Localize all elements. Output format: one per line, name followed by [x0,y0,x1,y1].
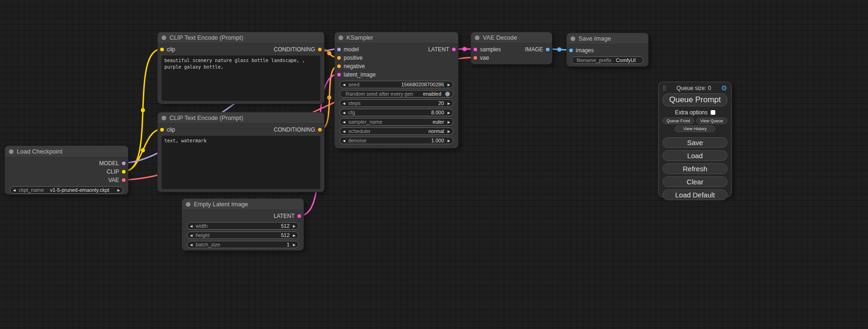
ckpt-name-widget[interactable]: ckpt_name v1-5-pruned-emaonly.ckpt [10,186,123,194]
collapse-dot-icon[interactable] [475,35,480,40]
load-button[interactable]: Load [663,150,727,161]
node-titlebar[interactable]: CLIP Text Encode (Prompt) [158,32,324,43]
width-widget[interactable]: width 512 [187,222,299,230]
node-load-checkpoint[interactable]: Load Checkpoint MODEL CLIP VAE ckpt_name… [5,146,128,195]
node-title: KSampler [346,34,373,41]
refresh-button[interactable]: Refresh [663,163,727,174]
filename-prefix-widget[interactable]: filename_prefix ComfyUI [572,56,643,64]
node-save-image[interactable]: Save Image images filename_prefix ComfyU… [566,33,649,67]
increment-arrow-icon[interactable] [291,224,296,228]
denoise-widget[interactable]: denoise 1.000 [339,137,453,144]
latent-output-label: LATENT [428,46,449,53]
node-titlebar[interactable]: CLIP Text Encode (Prompt) [158,112,324,124]
clip-input-slot[interactable] [160,128,164,132]
increment-arrow-icon[interactable] [445,102,450,105]
node-vae-decode[interactable]: VAE Decode samples IMAGE vae [471,32,552,64]
scheduler-widget[interactable]: scheduler normal [339,127,453,135]
queue-prompt-button[interactable]: Queue Prompt [663,93,727,106]
conditioning-output-label: CONDITIONING [274,126,315,133]
increment-arrow-icon[interactable] [445,120,450,124]
collapse-dot-icon[interactable] [186,202,191,207]
batch-size-value: 1 [287,242,289,247]
node-empty-latent-image[interactable]: Empty Latent Image LATENT width 512 heig… [182,198,304,251]
conditioning-output-slot[interactable] [318,128,322,132]
decrement-arrow-icon[interactable] [343,102,347,105]
latent-output-slot[interactable] [297,214,301,218]
increment-arrow-icon[interactable] [115,189,120,192]
vae-output-slot[interactable] [122,178,126,182]
latent-output-slot[interactable] [452,48,456,51]
image-output-slot[interactable] [546,48,550,51]
decrement-arrow-icon[interactable] [190,243,195,246]
prompt-textarea[interactable]: beautiful scenery nature glass bottle la… [162,56,320,101]
extra-options-checkbox[interactable] [711,110,715,115]
collapse-dot-icon[interactable] [162,116,166,120]
model-input-slot[interactable] [337,48,341,51]
decrement-arrow-icon[interactable] [343,120,347,124]
node-titlebar[interactable]: VAE Decode [471,32,552,43]
decrement-arrow-icon[interactable] [343,83,347,86]
latent-image-input-slot[interactable] [337,73,341,77]
node-titlebar[interactable]: Load Checkpoint [5,146,128,157]
samples-input-slot[interactable] [473,48,477,51]
toggle-indicator-icon[interactable] [445,91,450,97]
view-queue-button[interactable]: View Queue [696,118,728,124]
increment-arrow-icon[interactable] [445,139,450,142]
decrement-arrow-icon[interactable] [13,189,18,192]
settings-gear-icon[interactable] [721,84,727,91]
load-default-button[interactable]: Load Default [663,189,727,200]
ckpt-name-label: ckpt_name [19,187,44,193]
drag-handle-icon[interactable] [663,85,666,91]
cfg-widget[interactable]: cfg 8.000 [339,109,453,116]
node-title: CLIP Text Encode (Prompt) [169,114,243,121]
view-history-button[interactable]: View History [675,126,715,132]
image-output-label: IMAGE [525,46,543,53]
images-input-slot[interactable] [569,49,573,52]
node-ksampler[interactable]: KSampler model LATENT positive negative … [334,32,459,148]
collapse-dot-icon[interactable] [571,36,575,41]
queue-front-button[interactable]: Queue Front [663,118,694,124]
node-title: VAE Decode [483,34,517,41]
clip-input-slot[interactable] [160,48,164,51]
increment-arrow-icon[interactable] [445,111,450,114]
decrement-arrow-icon[interactable] [190,234,195,237]
random-seed-value: enabled [423,91,441,97]
node-titlebar[interactable]: Empty Latent Image [182,199,303,210]
height-widget[interactable]: height 512 [187,231,299,239]
prompt-textarea[interactable]: text, watermark [162,136,320,189]
increment-arrow-icon[interactable] [445,130,450,133]
width-label: width [196,223,208,229]
node-clip-text-encode-negative[interactable]: CLIP Text Encode (Prompt) clip CONDITION… [157,112,325,192]
scheduler-label: scheduler [348,128,371,134]
random-seed-toggle-widget[interactable]: Random seed after every gen enabled [339,90,453,98]
positive-input-slot[interactable] [337,56,341,60]
link-midpoint-dot [141,108,145,112]
increment-arrow-icon[interactable] [291,234,296,237]
collapse-dot-icon[interactable] [9,149,14,154]
node-titlebar[interactable]: KSampler [335,32,458,43]
negative-input-slot[interactable] [337,64,341,68]
increment-arrow-icon[interactable] [291,243,296,246]
conditioning-output-slot[interactable] [318,48,322,51]
increment-arrow-icon[interactable] [445,83,450,86]
decrement-arrow-icon[interactable] [343,130,347,133]
collapse-dot-icon[interactable] [162,35,166,40]
steps-value: 20 [438,100,444,106]
vae-input-slot[interactable] [473,56,477,60]
sampler-name-widget[interactable]: sampler_name euler [339,118,453,126]
steps-widget[interactable]: steps 20 [339,99,453,107]
batch-size-widget[interactable]: batch_size 1 [187,241,299,248]
clip-output-slot[interactable] [122,170,126,174]
seed-widget[interactable]: seed 156680208700286 [339,81,453,88]
save-button[interactable]: Save [663,137,727,148]
clear-button[interactable]: Clear [663,176,727,187]
collapse-dot-icon[interactable] [339,35,343,40]
decrement-arrow-icon[interactable] [190,224,195,228]
node-clip-text-encode-positive[interactable]: CLIP Text Encode (Prompt) clip CONDITION… [157,32,325,104]
model-input-label: model [344,46,359,53]
decrement-arrow-icon[interactable] [343,139,347,142]
node-titlebar[interactable]: Save Image [567,33,648,44]
decrement-arrow-icon[interactable] [343,111,347,114]
model-output-slot[interactable] [122,161,126,165]
scheduler-value: normal [428,128,444,134]
